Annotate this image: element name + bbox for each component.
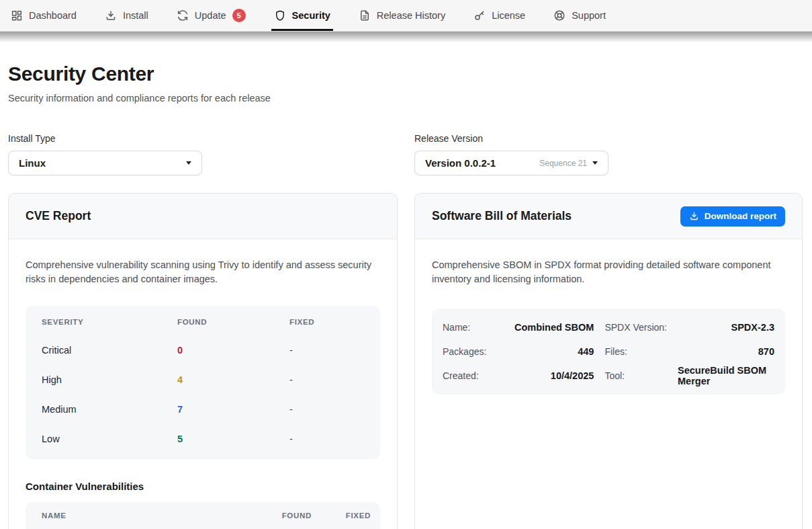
nav-item-release-history[interactable]: Release History [359, 0, 445, 31]
dashboard-icon [11, 9, 23, 22]
fixed-col-header: FIXED [289, 318, 364, 326]
found-col-header: FOUND [177, 318, 289, 326]
cve-description: Comprehensive vulnerability scanning usi… [26, 258, 380, 287]
info-value: Combined SBOM [497, 315, 594, 339]
sbom-card-body: Comprehensive SBOM in SPDX format provid… [415, 239, 802, 413]
found-col-header: FOUND [251, 512, 312, 520]
info-label: Files: [604, 339, 667, 364]
nav-label: License [492, 10, 525, 21]
nav-item-dashboard[interactable]: Dashboard [11, 0, 77, 31]
install-type-value: Linux [19, 157, 186, 169]
shield-icon [274, 9, 286, 22]
info-label: Created: [443, 364, 486, 388]
nav-item-install[interactable]: Install [105, 0, 148, 31]
cve-card-body: Comprehensive vulnerability scanning usi… [9, 239, 397, 529]
nav-shadow-strip [0, 32, 812, 42]
severity-table: SEVERITY FOUND FIXED Critical 0 - High 4… [26, 306, 380, 459]
refresh-icon [177, 9, 189, 22]
found-count: 5 [177, 434, 289, 444]
fixed-count: - [289, 345, 364, 356]
found-count: 7 [177, 404, 289, 415]
nav-label: Release History [377, 10, 445, 21]
filters-row: Install Type Linux Release Version Versi… [8, 133, 803, 175]
info-value: SPDX-2.3 [678, 315, 774, 339]
table-row: High 4 - [26, 365, 380, 395]
download-report-button[interactable]: Download report [680, 206, 785, 227]
sbom-card-title: Software Bill of Materials [432, 209, 572, 223]
nav-label: Security [292, 10, 330, 21]
nav-item-security[interactable]: Security [274, 0, 330, 31]
info-label: Name: [443, 315, 486, 339]
download-icon [689, 211, 699, 221]
nav-item-update[interactable]: Update 5 [177, 0, 246, 31]
release-version-filter: Release Version Version 0.0.2-1 Sequence… [414, 133, 803, 175]
sbom-info-grid: Name: Combined SBOM SPDX Version: SPDX-2… [432, 309, 785, 395]
release-version-value: Version 0.0.2-1 [425, 157, 539, 169]
table-row: Critical 0 - [26, 335, 380, 365]
install-type-label: Install Type [8, 133, 398, 144]
severity-col-header: SEVERITY [42, 318, 177, 326]
release-version-select[interactable]: Version 0.0.2-1 Sequence 21 [414, 151, 608, 175]
fixed-count: - [289, 404, 364, 415]
info-label: Packages: [443, 339, 486, 364]
download-report-label: Download report [705, 211, 776, 221]
sbom-card: Software Bill of Materials Download repo… [414, 193, 803, 529]
lifebuoy-icon [553, 9, 566, 22]
install-type-filter: Install Type Linux [8, 133, 398, 175]
page-subtitle: Security information and compliance repo… [8, 93, 803, 104]
severity-table-header: SEVERITY FOUND FIXED [26, 309, 380, 335]
container-vulnerabilities-title: Container Vulnerabilities [26, 481, 380, 492]
fixed-col-header: FIXED [312, 512, 371, 520]
cards-row: CVE Report Comprehensive vulnerability s… [8, 193, 803, 529]
chevron-down-icon [186, 161, 191, 165]
severity-name: Critical [42, 345, 177, 356]
update-badge: 5 [232, 9, 246, 22]
sbom-description: Comprehensive SBOM in SPDX format provid… [432, 258, 785, 287]
info-label: Tool: [604, 364, 667, 388]
nav-label: Install [123, 10, 148, 21]
download-icon [105, 9, 117, 22]
fixed-count: - [289, 374, 364, 385]
key-icon [473, 9, 486, 22]
severity-name: Low [42, 434, 177, 444]
release-version-label: Release Version [414, 133, 803, 144]
cve-report-card: CVE Report Comprehensive vulnerability s… [8, 193, 398, 529]
main-content: Security Center Security information and… [0, 63, 812, 529]
document-icon [359, 9, 371, 22]
nav-item-license[interactable]: License [473, 0, 525, 31]
nav-label: Update [195, 10, 226, 21]
container-vulnerabilities-header: NAME FOUND FIXED [26, 502, 380, 529]
nav-item-support[interactable]: Support [553, 0, 606, 31]
cve-card-header: CVE Report [9, 194, 397, 239]
info-value: 870 [678, 339, 774, 364]
chevron-down-icon [592, 161, 598, 165]
top-navigation: Dashboard Install Update 5 Security Rele… [0, 0, 812, 32]
info-label: SPDX Version: [604, 315, 667, 339]
name-col-header: NAME [42, 512, 251, 520]
nav-label: Dashboard [29, 10, 77, 21]
fixed-count: - [289, 434, 364, 444]
found-count: 4 [177, 374, 289, 385]
severity-name: Medium [42, 404, 177, 415]
info-value: 10/4/2025 [497, 364, 594, 388]
release-sequence-text: Sequence 21 [539, 159, 587, 168]
install-type-select[interactable]: Linux [8, 151, 202, 175]
info-value: SecureBuild SBOM Merger [678, 364, 774, 388]
table-row: Medium 7 - [26, 395, 380, 424]
found-count: 0 [177, 345, 289, 356]
info-value: 449 [497, 339, 594, 364]
sbom-card-header: Software Bill of Materials Download repo… [415, 194, 802, 239]
severity-name: High [42, 374, 177, 385]
page-title: Security Center [8, 63, 803, 85]
table-row: Low 5 - [26, 424, 380, 454]
nav-label: Support [572, 10, 606, 21]
cve-card-title: CVE Report [26, 209, 91, 223]
